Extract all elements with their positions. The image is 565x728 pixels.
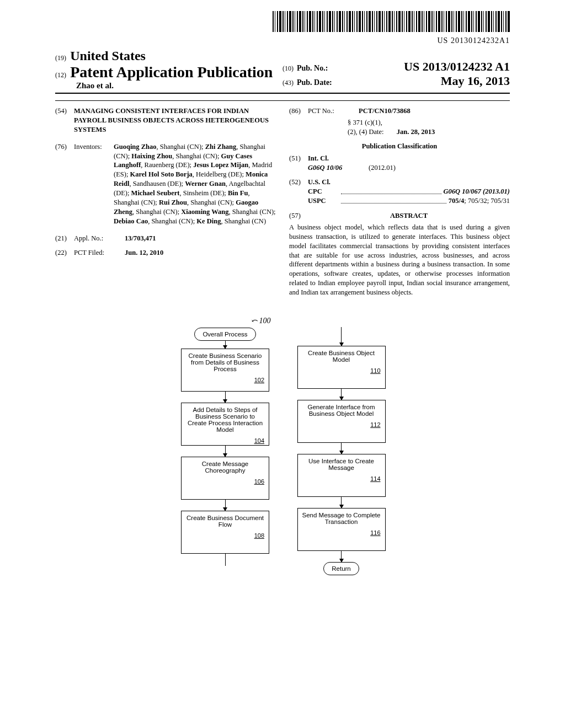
flow-arrow bbox=[341, 551, 342, 562]
flow-step-num: 106 bbox=[186, 478, 264, 485]
sec-22: (22) PCT Filed: Jun. 12, 2010 bbox=[55, 248, 276, 258]
flow-step-116: Send Message to Complete Transaction116 bbox=[297, 508, 386, 551]
sec-86: (86) PCT No.: PCT/CN10/73868 § 371 (c)(1… bbox=[289, 106, 510, 137]
document-header: (19) United States (12) Patent Applicati… bbox=[55, 49, 510, 90]
sec21-code: (21) bbox=[55, 234, 74, 243]
flow-left: 100 Overall Process Create Business Scen… bbox=[180, 316, 271, 575]
sec86-sub2-label: (2), (4) Date: bbox=[348, 128, 384, 136]
pubdate: May 16, 2013 bbox=[441, 74, 510, 88]
sec86-code: (86) bbox=[289, 106, 308, 137]
flow-step-text: Create Business Object Model bbox=[302, 350, 381, 363]
flow-step-102: Create Business Scenario from Details of… bbox=[181, 349, 269, 392]
flow-arrow bbox=[341, 327, 342, 346]
sec-52: (52) U.S. Cl. CPC G06Q 10/067 (2013.01) … bbox=[289, 178, 510, 206]
flow-end: Return bbox=[323, 562, 359, 575]
sec51-code: (51) bbox=[289, 154, 308, 173]
flow-step-num: 110 bbox=[302, 367, 381, 374]
flow-open-connector bbox=[225, 554, 226, 566]
sec-76: (76) Inventors: Guoqing Zhao, Shanghai (… bbox=[55, 142, 276, 226]
code-10: (10) bbox=[282, 65, 294, 73]
flow-step-text: Use Interface to Create Message bbox=[302, 458, 381, 471]
flow-step-text: Add Details to Steps of Business Scenari… bbox=[186, 406, 264, 433]
flow-step-text: Create Business Document Flow bbox=[186, 515, 264, 528]
sec76-label: Inventors: bbox=[74, 142, 114, 226]
barcode-area bbox=[55, 11, 510, 34]
code-12: (12) bbox=[55, 71, 66, 79]
sec52-code: (52) bbox=[289, 178, 308, 206]
sec86-sub1: § 371 (c)(1), bbox=[348, 118, 510, 127]
appl-no: 13/703,471 bbox=[125, 234, 156, 242]
pubdate-label: Pub. Date: bbox=[297, 78, 332, 87]
sec51-label: Int. Cl. bbox=[308, 154, 510, 163]
int-cl-class: G06Q 10/06 bbox=[308, 163, 369, 173]
flow-step-104: Add Details to Steps of Business Scenari… bbox=[181, 403, 269, 446]
invention-title: MANAGING CONSISTENT INTERFACES FOR INDIA… bbox=[74, 106, 276, 135]
figure-100: 100 Overall Process Create Business Scen… bbox=[55, 316, 510, 575]
cpc-label: CPC bbox=[308, 187, 339, 196]
flow-step-num: 108 bbox=[186, 532, 264, 539]
author-line: Zhao et al. bbox=[76, 81, 114, 90]
sec76-code: (76) bbox=[55, 142, 74, 226]
header-rule bbox=[55, 93, 510, 94]
flow-step-text: Create Business Scenario from Details of… bbox=[186, 352, 264, 372]
pct-no: PCT/CN10/73868 bbox=[359, 106, 510, 116]
flow-start: Overall Process bbox=[194, 328, 255, 341]
sec86-label: PCT No.: bbox=[308, 106, 348, 137]
doc-kind: Patent Application Publication bbox=[70, 63, 273, 81]
pubclass-heading: Publication Classification bbox=[289, 142, 510, 151]
flow-arrow bbox=[341, 443, 342, 454]
uspc-val: 705/4; 705/32; 705/31 bbox=[449, 196, 510, 206]
left-column: (54) MANAGING CONSISTENT INTERFACES FOR … bbox=[55, 106, 276, 303]
country: United States bbox=[70, 49, 146, 63]
flow-step-106: Create Message Choreography106 bbox=[181, 457, 269, 500]
sec52-label: U.S. Cl. bbox=[308, 178, 510, 187]
cpc-val: G06Q 10/067 (2013.01) bbox=[444, 187, 510, 196]
flow-step-110: Create Business Object Model110 bbox=[297, 346, 386, 389]
flow-step-text: Create Message Choreography bbox=[186, 461, 264, 474]
sec-51: (51) Int. Cl. G06Q 10/06 (2012.01) bbox=[289, 154, 510, 173]
pct-filed: Jun. 12, 2010 bbox=[125, 249, 163, 256]
right-column: (86) PCT No.: PCT/CN10/73868 § 371 (c)(1… bbox=[289, 106, 510, 303]
flow-arrow bbox=[225, 500, 226, 511]
sec21-label: Appl. No.: bbox=[74, 234, 114, 243]
pubno: US 2013/0124232 A1 bbox=[404, 60, 510, 74]
flow-step-114: Use Interface to Create Message114 bbox=[297, 454, 386, 497]
sec22-code: (22) bbox=[55, 248, 74, 258]
flow-arrow bbox=[225, 341, 226, 349]
flow-step-num: 104 bbox=[186, 437, 264, 444]
sec-54: (54) MANAGING CONSISTENT INTERFACES FOR … bbox=[55, 106, 276, 135]
flow-step-108: Create Business Document Flow108 bbox=[181, 511, 269, 554]
pubno-label: Pub. No.: bbox=[297, 64, 328, 73]
inventors-list: Guoqing Zhao, Shanghai (CN); Zhi Zhang, … bbox=[114, 142, 276, 226]
barcode-number: US 20130124232A1 bbox=[55, 36, 510, 45]
biblio-columns: (54) MANAGING CONSISTENT INTERFACES FOR … bbox=[55, 106, 510, 303]
sec54-code: (54) bbox=[55, 106, 74, 135]
flow-right: Create Business Object Model110Generate … bbox=[297, 316, 386, 575]
abstract-body: A business object model, which reflects … bbox=[289, 223, 510, 297]
flow-step-text: Send Message to Complete Transaction bbox=[302, 512, 381, 525]
code-19: (19) bbox=[55, 54, 66, 62]
sec-21: (21) Appl. No.: 13/703,471 bbox=[55, 234, 276, 243]
header-rule-thin bbox=[55, 100, 510, 101]
flow-arrow bbox=[225, 392, 226, 403]
abstract-heading: ABSTRACT bbox=[308, 211, 510, 221]
flow-step-num: 116 bbox=[302, 529, 381, 536]
flow-step-112: Generate Interface from Business Object … bbox=[297, 400, 386, 443]
flow-step-num: 114 bbox=[302, 475, 381, 482]
flow-arrow bbox=[225, 446, 226, 457]
code-43: (43) bbox=[282, 79, 294, 87]
flow-step-text: Generate Interface from Business Object … bbox=[302, 404, 381, 417]
fig-ref-100: 100 bbox=[252, 316, 271, 325]
flow-arrow bbox=[341, 497, 342, 508]
sec-57: (57) ABSTRACT A business object model, w… bbox=[289, 211, 510, 297]
uspc-label: USPC bbox=[308, 196, 339, 206]
flow-step-num: 112 bbox=[302, 421, 381, 428]
sec22-label: PCT Filed: bbox=[74, 248, 114, 258]
int-cl-ver: (2012.01) bbox=[369, 163, 396, 173]
dots bbox=[341, 187, 441, 194]
sec57-code: (57) bbox=[289, 211, 308, 223]
flow-step-num: 102 bbox=[186, 377, 264, 383]
sec86-sub2-val: Jan. 28, 2013 bbox=[397, 128, 435, 136]
flow-arrow bbox=[341, 389, 342, 400]
dots bbox=[341, 196, 446, 204]
